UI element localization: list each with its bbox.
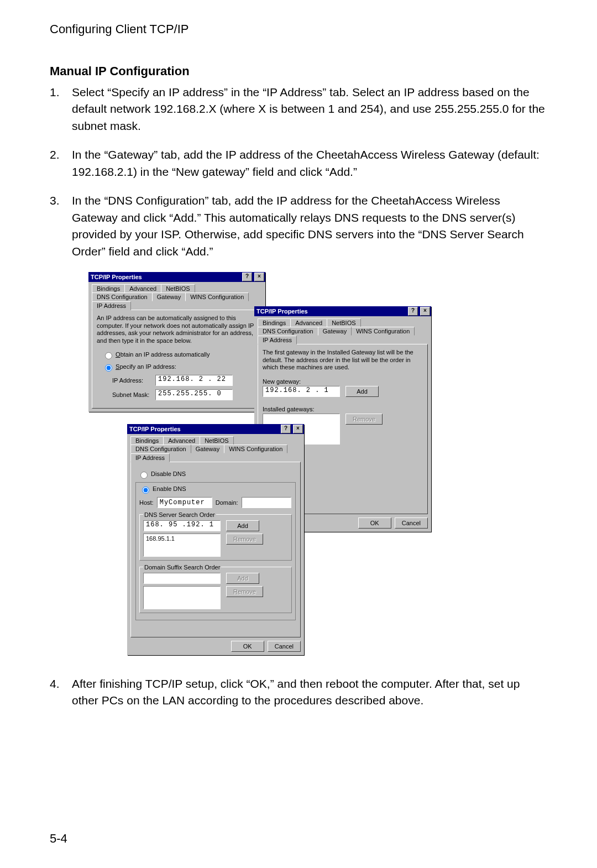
subnet-mask-label: Subnet Mask: [112, 391, 152, 398]
dns-search-legend: DNS Server Search Order [143, 511, 216, 518]
radio-enable-dns-input[interactable] [142, 487, 149, 494]
ok-button[interactable]: OK [231, 641, 264, 652]
tab-gateway[interactable]: Gateway [191, 445, 224, 453]
dns-search-list[interactable]: 168.95.1.1 [143, 534, 221, 557]
section-title: Manual IP Configuration [50, 64, 547, 79]
step-number: 4. [50, 676, 72, 709]
step-number: 2. [50, 147, 72, 180]
title-text: TCP/IP Properties [256, 308, 308, 315]
tab-dns-config[interactable]: DNS Configuration [258, 327, 318, 336]
radio-specify-input[interactable] [105, 364, 112, 372]
tab-netbios[interactable]: NetBIOS [200, 436, 233, 445]
radio-enable-dns[interactable]: Enable DNS [139, 485, 292, 494]
tab-dns-config[interactable]: DNS Configuration [130, 445, 191, 453]
dns-search-order-group: DNS Server Search Order 168. 95 .192. 1 … [139, 511, 292, 561]
title-text: TCP/IP Properties [129, 426, 181, 432]
tab-panel-ip: An IP address can be automatically assig… [92, 310, 262, 409]
titlebar: TCP/IP Properties ? × [127, 424, 304, 434]
add-button: Add [226, 573, 259, 584]
tab-row-1: Bindings Advanced NetBIOS [92, 284, 262, 293]
new-gateway-label: New gateway: [263, 378, 423, 385]
close-icon[interactable]: × [293, 425, 303, 433]
step-text: In the “Gateway” tab, add the IP address… [72, 147, 547, 180]
tab-bindings[interactable]: Bindings [92, 284, 125, 293]
ip-note: An IP address can be automatically assig… [97, 315, 257, 345]
titlebar: TCP/IP Properties ? × [88, 272, 265, 282]
domain-suffix-group: Domain Suffix Search Order Add Remove [139, 564, 292, 613]
tab-ip-address[interactable]: IP Address [258, 336, 297, 344]
tab-dns-config[interactable]: DNS Configuration [92, 292, 153, 301]
tab-advanced[interactable]: Advanced [290, 318, 327, 327]
radio-obtain-input[interactable] [105, 352, 112, 359]
step-text: In the “DNS Configuration” tab, add the … [72, 192, 547, 260]
titlebar: TCP/IP Properties ? × [254, 306, 431, 316]
help-icon[interactable]: ? [242, 273, 252, 281]
step-number: 3. [50, 192, 72, 260]
help-icon[interactable]: ? [408, 307, 418, 316]
cancel-button[interactable]: Cancel [395, 517, 428, 529]
dns-search-input[interactable]: 168. 95 .192. 1 [143, 520, 221, 531]
step-2: 2. In the “Gateway” tab, add the IP addr… [50, 147, 547, 180]
tab-bindings[interactable]: Bindings [258, 318, 291, 327]
subnet-mask-input[interactable]: 255.255.255. 0 [155, 389, 233, 400]
radio-disable-dns[interactable]: Disable DNS [138, 470, 296, 479]
tab-netbios[interactable]: NetBIOS [161, 284, 195, 293]
page-header: Configuring Client TCP/IP [50, 22, 547, 36]
new-gateway-input[interactable]: 192.168. 2 . 1 [263, 386, 340, 397]
add-button[interactable]: Add [345, 386, 379, 397]
step-4: 4. After finishing TCP/IP setup, click “… [50, 676, 547, 709]
tab-row-2: DNS Configuration Gateway WINS Configura… [92, 292, 262, 310]
add-button[interactable]: Add [226, 520, 259, 531]
domain-suffix-legend: Domain Suffix Search Order [143, 564, 221, 571]
remove-button: Remove [226, 586, 263, 597]
tab-ip-address[interactable]: IP Address [92, 301, 131, 310]
cancel-button[interactable]: Cancel [268, 641, 301, 652]
enable-dns-group: Enable DNS Host: Domain: DNS Server Sear… [135, 482, 296, 620]
tab-ip-address[interactable]: IP Address [130, 453, 170, 462]
help-icon[interactable]: ? [281, 425, 291, 433]
tab-gateway[interactable]: Gateway [152, 292, 186, 301]
domain-label: Domain: [216, 499, 238, 506]
radio-specify[interactable]: Specify an IP address: [102, 363, 257, 372]
remove-button: Remove [345, 414, 383, 425]
tab-wins-config[interactable]: WINS Configuration [351, 327, 415, 336]
tab-panel-dns: Disable DNS Enable DNS Host: Domain: DNS… [130, 462, 301, 637]
step-text: After finishing TCP/IP setup, click “OK,… [72, 676, 547, 709]
tab-netbios[interactable]: NetBIOS [327, 318, 360, 327]
gateway-note: The first gateway in the Installed Gatew… [263, 349, 423, 372]
step-number: 1. [50, 84, 72, 134]
close-icon[interactable]: × [254, 273, 264, 281]
host-label: Host: [139, 499, 154, 506]
tcpip-dialog-dns: TCP/IP Properties ? × Bindings Advanced … [127, 424, 304, 655]
step-text: Select “Specify an IP address” in the “I… [72, 84, 547, 134]
ip-address-label: IP Address: [112, 377, 152, 384]
tab-bindings[interactable]: Bindings [130, 436, 164, 445]
radio-obtain[interactable]: OObtain an IP address automaticallybtain… [102, 351, 257, 359]
tab-advanced[interactable]: Advanced [124, 284, 161, 293]
tab-wins-config[interactable]: WINS Configuration [224, 445, 287, 453]
screenshot-cluster: TCP/IP Properties ? × Bindings Advanced … [50, 272, 547, 659]
title-text: TCP/IP Properties [91, 274, 142, 280]
radio-disable-dns-input[interactable] [140, 472, 148, 479]
installed-gateways-label: Installed gateways: [263, 406, 423, 412]
tab-gateway[interactable]: Gateway [318, 327, 352, 336]
step-1: 1. Select “Specify an IP address” in the… [50, 84, 547, 134]
ok-button[interactable]: OK [358, 517, 391, 529]
suffix-list[interactable] [143, 586, 221, 609]
suffix-input[interactable] [143, 573, 221, 584]
tab-wins-config[interactable]: WINS Configuration [185, 292, 249, 301]
ip-address-input[interactable]: 192.168. 2 . 22 [155, 375, 233, 386]
tcpip-dialog-ipaddress: TCP/IP Properties ? × Bindings Advanced … [88, 272, 265, 412]
domain-input[interactable] [242, 497, 291, 508]
remove-button: Remove [226, 534, 263, 545]
tab-advanced[interactable]: Advanced [163, 436, 200, 445]
close-icon[interactable]: × [420, 307, 430, 316]
step-3: 3. In the “DNS Configuration” tab, add t… [50, 192, 547, 260]
host-input[interactable] [157, 497, 212, 508]
